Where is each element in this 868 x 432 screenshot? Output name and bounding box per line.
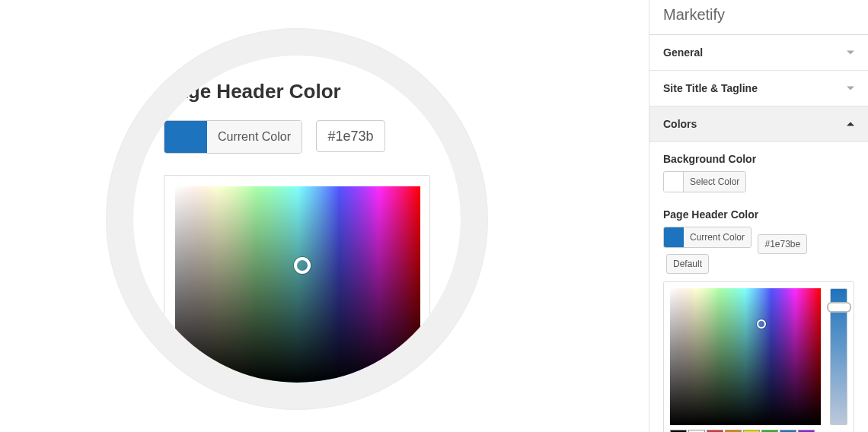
section-colors[interactable]: Colors (649, 106, 868, 142)
hex-input[interactable]: #1e73be (758, 234, 807, 254)
header-color-control[interactable]: Current Color (663, 227, 752, 248)
section-label: Colors (663, 118, 697, 130)
color-picker (164, 175, 430, 383)
section-label: Site Title & Tagline (663, 82, 758, 94)
header-color-control[interactable]: Current Color (164, 120, 302, 154)
value-slider[interactable] (830, 288, 847, 425)
magnifier-lens: Page Header Color Current Color #1e73b (107, 29, 487, 409)
header-color-swatch (164, 121, 207, 153)
slider-knob-icon[interactable] (827, 302, 851, 313)
theme-title: Marketify (649, 0, 868, 34)
current-color-button[interactable]: Current Color (207, 121, 302, 153)
customizer-panel: Marketify General Site Title & Tagline C… (649, 0, 868, 432)
magnifier-content: Page Header Color Current Color #1e73b (133, 56, 461, 383)
bg-color-label: Background Color (663, 153, 854, 165)
bg-color-control[interactable]: Select Color (663, 171, 746, 192)
current-color-button[interactable]: Current Color (684, 227, 751, 247)
bg-color-swatch (664, 172, 684, 192)
picker-cursor-icon[interactable] (757, 319, 766, 329)
chevron-up-icon (847, 122, 854, 126)
color-picker (663, 281, 854, 432)
picker-cursor-icon[interactable] (294, 257, 311, 274)
header-color-swatch (664, 227, 684, 247)
section-general[interactable]: General (649, 35, 868, 71)
chevron-down-icon (847, 87, 854, 91)
hex-input[interactable]: #1e73b (316, 120, 385, 152)
page-header-color-label: Page Header Color (164, 80, 430, 103)
select-color-button[interactable]: Select Color (684, 172, 745, 192)
default-button[interactable]: Default (666, 254, 709, 274)
page-header-color-label: Page Header Color (663, 208, 854, 221)
section-site-title-tagline[interactable]: Site Title & Tagline (649, 71, 868, 106)
section-label: General (663, 46, 703, 59)
chevron-down-icon (847, 51, 854, 55)
saturation-grid[interactable] (670, 288, 821, 425)
colors-body: Background Color Select Color Page Heade… (649, 142, 868, 432)
saturation-grid[interactable] (175, 186, 420, 383)
